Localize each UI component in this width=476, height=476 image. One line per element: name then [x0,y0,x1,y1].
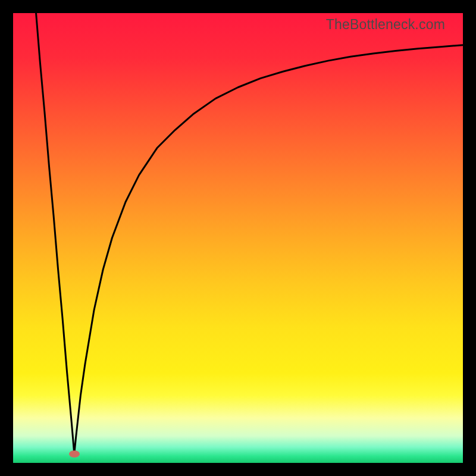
minimum-marker [69,450,80,458]
plot-area: TheBottleneck.com [13,13,463,463]
bottleneck-curve [13,13,463,463]
chart-frame: TheBottleneck.com [0,0,476,476]
